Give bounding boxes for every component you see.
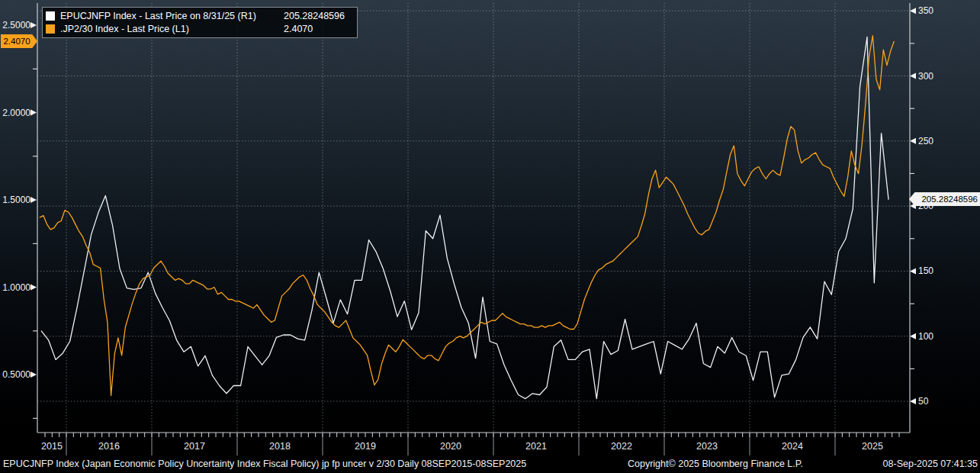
legend-row-jp230[interactable]: .JP2/30 Index - Last Price (L1) 2.4070: [46, 22, 354, 35]
legend-row-epucjnfp[interactable]: EPUCJNFP Index - Last Price on 8/31/25 (…: [46, 9, 354, 22]
x-axis-year-label: 2024: [782, 441, 803, 452]
x-axis-year-label: 2025: [862, 441, 883, 452]
footer-bar: EPUCJNFP Index (Japan Economic Policy Un…: [0, 458, 980, 473]
right-axis-label: 300: [918, 72, 933, 81]
epucjnfp-series-line: [41, 37, 888, 398]
right-axis-label: 250: [918, 137, 933, 146]
epucjnfp-series-label: EPUCJNFP Index - Last Price on 8/31/25 (…: [60, 11, 284, 21]
left-axis-label: 2.5000: [0, 21, 31, 30]
left-axis-label: 1.5000: [0, 195, 31, 204]
jp230-series-swatch: [46, 24, 55, 34]
x-axis-year-label: 2022: [611, 441, 632, 452]
right-axis-tick-arrow: [910, 268, 916, 274]
x-axis-year-label: 2018: [269, 441, 291, 452]
x-axis-year-label: 2016: [98, 441, 120, 452]
right-axis-tick-arrow: [910, 333, 916, 339]
left-axis-label: 2.0000: [0, 108, 31, 117]
right-axis-tick-arrow: [910, 73, 916, 79]
x-axis-year-label: 2019: [355, 441, 376, 452]
left-axis-tick-arrow: [31, 372, 37, 378]
left-axis-tick-arrow: [31, 110, 37, 116]
epucjnfp-series-swatch: [46, 11, 55, 21]
right-axis-tick-arrow: [910, 8, 916, 14]
jp230-series-value: 2.4070: [284, 24, 313, 34]
jp230-series-label: .JP2/30 Index - Last Price (L1): [60, 24, 284, 34]
right-axis-label: 50: [918, 397, 928, 406]
x-axis-year-label: 2020: [440, 441, 461, 452]
legend[interactable]: EPUCJNFP Index - Last Price on 8/31/25 (…: [42, 7, 358, 38]
x-axis-year-label: 2023: [696, 441, 718, 452]
bloomberg-chart-window: 2.50002.00001.50001.00000.50003503002502…: [0, 0, 980, 473]
epucjnfp-series-value: 205.28248596: [284, 11, 345, 21]
jp230-series-line: [40, 36, 894, 396]
left-axis-label: 1.0000: [0, 283, 31, 292]
left-axis-tick-arrow: [31, 197, 37, 203]
left-axis-tick-arrow: [31, 285, 37, 291]
copyright-text: Copyright© 2025 Bloomberg Finance L.P.: [628, 458, 803, 470]
chart-plot-area[interactable]: [0, 0, 980, 473]
chart-title-text: EPUCJNFP Index (Japan Economic Policy Un…: [3, 458, 526, 470]
right-axis-tick-arrow: [910, 138, 916, 144]
right-axis-label: 100: [918, 332, 933, 341]
left-axis-label: 0.5000: [0, 370, 31, 379]
x-axis-year-label: 2021: [525, 441, 547, 452]
x-axis-year-label: 2017: [184, 441, 205, 452]
x-axis-year-label: 2015: [41, 441, 63, 452]
right-axis-tick-arrow: [910, 398, 916, 404]
right-axis-last-price-badge: 205.28248596: [909, 192, 980, 206]
left-axis-last-price-badge: 2.4070: [1, 34, 37, 48]
right-axis-label: 150: [918, 266, 933, 275]
timestamp-text: 08-Sep-2025 07:41:35: [883, 458, 978, 470]
left-axis-tick-arrow: [31, 22, 37, 28]
right-axis-label: 350: [918, 6, 933, 15]
